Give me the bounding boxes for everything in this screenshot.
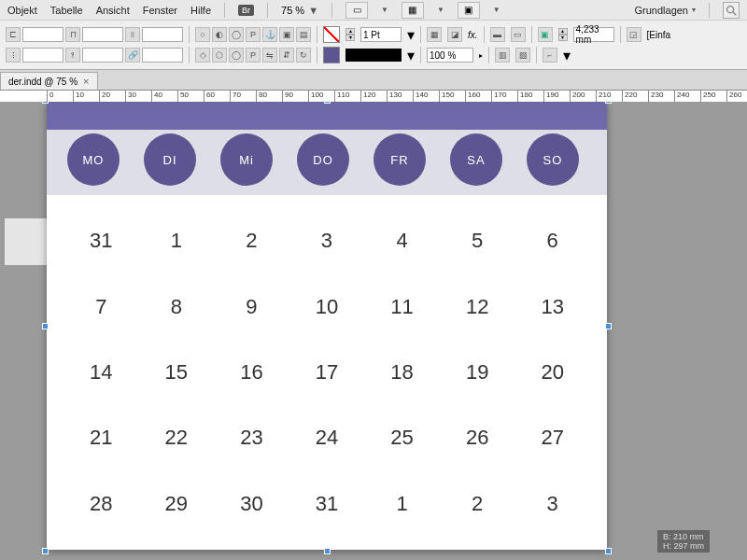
measurement-field[interactable]: 4,233 mm: [573, 27, 614, 42]
y-field[interactable]: [82, 27, 123, 42]
chevron-down-icon: ▾: [407, 47, 415, 64]
page-header-banner: [47, 102, 607, 130]
shape2-icon[interactable]: ⬡: [212, 48, 227, 63]
stroke-style[interactable]: [345, 49, 402, 62]
separator: [488, 47, 489, 63]
calendar-cell: 31: [289, 471, 365, 537]
opacity-field[interactable]: 100 %: [427, 48, 473, 63]
wrap-jump-icon[interactable]: ▥: [495, 48, 510, 63]
anchor-icon[interactable]: ⚓: [262, 27, 277, 42]
document-page[interactable]: MODIMiDOFRSASO 3112345678910111213141516…: [47, 102, 607, 550]
zoom-value: 75 %: [281, 5, 304, 16]
wrap-ignore-icon[interactable]: ▧: [515, 48, 530, 63]
search-icon: [725, 4, 738, 17]
separator: [267, 3, 268, 18]
weekday-circle: DI: [144, 133, 196, 186]
intersect-icon[interactable]: ◯: [229, 27, 244, 42]
link-icon[interactable]: 🔗: [125, 48, 140, 63]
w-field[interactable]: [142, 27, 183, 42]
fill-swatch[interactable]: [323, 47, 340, 63]
tab-bar: der.indd @ 75 % ×: [0, 70, 747, 91]
workspace-dropdown[interactable]: Grundlagen ▾: [635, 5, 697, 16]
menu-hilfe[interactable]: Hilfe: [190, 5, 211, 16]
document-tab[interactable]: der.indd @ 75 % ×: [0, 72, 98, 90]
text-wrap-bound-icon[interactable]: ▭: [511, 27, 526, 42]
text-wrap-none-icon[interactable]: ▬: [490, 27, 505, 42]
calendar-cell: 14: [63, 340, 139, 405]
shape3-icon[interactable]: ◯: [229, 48, 244, 63]
calendar-cell: 17: [289, 340, 365, 405]
size-tooltip: B: 210 mm H: 297 mm: [657, 530, 710, 553]
flip-v-icon[interactable]: ⇵: [279, 48, 294, 63]
separator: [317, 47, 317, 63]
calendar-cell: 3: [514, 471, 590, 537]
opacity-arrow[interactable]: ▸: [479, 51, 483, 60]
separator: [331, 3, 332, 18]
drop-shadow-icon[interactable]: ◪: [447, 27, 462, 42]
calendar-cell: 30: [214, 471, 289, 537]
menu-bar: Objekt Tabelle Ansicht Fenster Hilfe Br …: [0, 0, 747, 21]
calendar-cell: 28: [63, 471, 139, 537]
svg-point-0: [727, 6, 734, 12]
fit-spinner[interactable]: ▴▾: [558, 28, 568, 41]
view-icon[interactable]: ▣: [458, 2, 480, 19]
text-frame2-icon[interactable]: P: [246, 48, 261, 63]
fx-label[interactable]: fx.: [468, 30, 478, 40]
svg-line-1: [733, 11, 737, 15]
shape1-icon[interactable]: ◇: [195, 48, 210, 63]
weekday-circle: Mi: [220, 133, 273, 186]
einf-label: [Einfa: [647, 30, 671, 40]
calendar-cell: 13: [514, 273, 590, 339]
control-strip: ⊏ ⊓ ⫴ ○ ◐ ◯ P ⚓ ▣ ▤ ▴▾ 1 Pt ▾ ▦ ◪ fx. ▬ …: [0, 21, 747, 70]
effects-icon[interactable]: ▦: [427, 27, 442, 42]
calendar-cell: 1: [139, 208, 215, 273]
stroke-none-swatch[interactable]: [323, 26, 340, 43]
subtract-icon[interactable]: ◐: [212, 27, 227, 42]
align-top-icon[interactable]: ⊓: [65, 27, 80, 42]
separator: [709, 3, 710, 18]
calendar-cell: 18: [364, 340, 440, 405]
align-center-h-icon[interactable]: ⫶: [6, 48, 21, 63]
screen-mode-icon[interactable]: ▭: [345, 2, 368, 19]
corner-style-icon[interactable]: ⌐: [543, 48, 557, 63]
menu-fenster[interactable]: Fenster: [143, 5, 177, 16]
calendar-cell: 29: [139, 471, 215, 537]
canvas-area[interactable]: MODIMiDOFRSASO 3112345678910111213141516…: [0, 102, 747, 560]
zoom-dropdown[interactable]: 75 % ▼: [281, 5, 318, 16]
align-center-v-icon[interactable]: ⫯: [65, 48, 80, 63]
distribute-icon[interactable]: ⫴: [125, 27, 140, 42]
corner-icon[interactable]: ◲: [627, 27, 641, 42]
stroke-weight-spinner[interactable]: ▴▾: [345, 28, 355, 41]
chevron-down-icon: ▾: [563, 47, 571, 64]
size-width: B: 210 mm: [663, 532, 704, 541]
wrap2-icon[interactable]: ▤: [296, 27, 311, 42]
stroke-weight-field[interactable]: 1 Pt: [360, 27, 402, 42]
rotate-icon[interactable]: ↻: [296, 48, 311, 63]
flip-h-icon[interactable]: ⇋: [262, 48, 277, 63]
separator: [189, 47, 190, 63]
frame-fit-icon[interactable]: ▣: [538, 27, 553, 42]
calendar-cell: 10: [289, 273, 365, 339]
align-left-icon[interactable]: ⊏: [6, 27, 21, 42]
x-field[interactable]: [22, 27, 63, 42]
field2c[interactable]: [142, 48, 183, 63]
text-frame-icon[interactable]: P: [246, 27, 261, 42]
menu-tabelle[interactable]: Tabelle: [50, 5, 83, 16]
unite-icon[interactable]: ○: [195, 27, 210, 42]
arrange-icon[interactable]: ▦: [402, 2, 424, 19]
bridge-button[interactable]: Br: [238, 5, 254, 16]
field2b[interactable]: [82, 48, 123, 63]
close-icon[interactable]: ×: [83, 76, 89, 87]
calendar-cell: 9: [214, 273, 289, 339]
menu-ansicht[interactable]: Ansicht: [96, 5, 130, 16]
search-button[interactable]: [723, 2, 740, 19]
menu-objekt[interactable]: Objekt: [7, 5, 37, 16]
weekday-circle: SA: [450, 133, 502, 186]
calendar-cell: 11: [364, 273, 440, 339]
calendar-cell: 6: [514, 208, 590, 273]
separator: [420, 26, 421, 43]
calendar-cell: 2: [214, 208, 289, 273]
field2a[interactable]: [22, 48, 63, 63]
wrap-icon[interactable]: ▣: [279, 27, 294, 42]
separator: [531, 26, 532, 43]
